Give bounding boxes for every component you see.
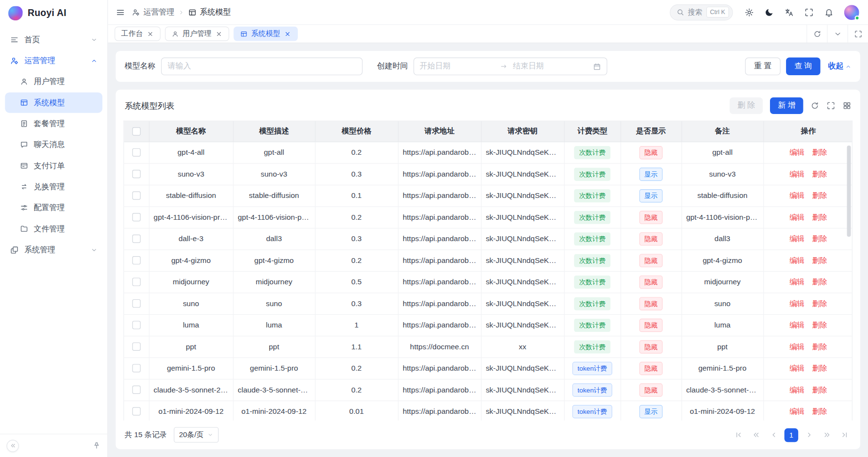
reset-button[interactable]: 重 置	[745, 58, 781, 75]
row-checkbox[interactable]	[132, 364, 140, 373]
date-range-input[interactable]: 开始日期 结束日期	[413, 58, 607, 75]
delete-link[interactable]: 删除	[812, 364, 827, 372]
delete-link[interactable]: 删除	[812, 191, 827, 199]
row-checkbox[interactable]	[132, 278, 140, 286]
cell-model-desc: o1-mini-2024-09-12	[233, 401, 315, 421]
sidebar-item-operations[interactable]: 运营管理	[5, 50, 102, 71]
edit-link[interactable]: 编辑	[789, 299, 804, 307]
settings-icon[interactable]	[745, 7, 754, 16]
delete-link[interactable]: 删除	[812, 256, 827, 264]
bell-icon[interactable]	[824, 7, 834, 16]
tab-system-model[interactable]: 系统模型	[233, 27, 297, 41]
sidebar-item-config[interactable]: 配置管理	[5, 197, 102, 218]
edit-link[interactable]: 编辑	[789, 256, 804, 264]
breadcrumb-item[interactable]: 系统模型	[188, 7, 231, 17]
collapse-filter-link[interactable]: 收起	[828, 62, 852, 72]
delete-link[interactable]: 删除	[812, 148, 827, 156]
sidebar-item-folder[interactable]: 文件管理	[5, 218, 102, 239]
edit-link[interactable]: 编辑	[789, 191, 804, 199]
row-checkbox[interactable]	[132, 192, 140, 200]
edit-link[interactable]: 编辑	[789, 234, 804, 243]
table-scrollbar[interactable]	[847, 146, 851, 237]
end-date-input[interactable]: 结束日期	[513, 62, 587, 72]
edit-link[interactable]: 编辑	[789, 385, 804, 393]
tab-workbench[interactable]: 工作台	[115, 27, 161, 41]
sidebar-item-user[interactable]: 用户管理	[5, 71, 102, 92]
tab-user-management[interactable]: 用户管理	[165, 27, 229, 41]
edit-link[interactable]: 编辑	[789, 342, 804, 350]
model-name-input[interactable]: 请输入	[161, 58, 362, 75]
hamburger-menu-icon[interactable]	[115, 7, 125, 16]
avatar[interactable]	[844, 5, 859, 20]
table-row: gpt-4-gizmo gpt-4-gizmo 0.2 https://api.…	[124, 249, 852, 271]
search-input[interactable]: 搜索 Ctrl K	[670, 4, 733, 20]
pin-icon[interactable]	[93, 441, 101, 450]
model-icon	[188, 8, 197, 16]
tab-options-chevron-icon[interactable]	[827, 25, 848, 42]
edit-link[interactable]: 编辑	[789, 170, 804, 178]
edit-link[interactable]: 编辑	[789, 277, 804, 286]
fullscreen-icon[interactable]	[804, 7, 814, 16]
last-page-button[interactable]	[837, 428, 852, 442]
edit-link[interactable]: 编辑	[789, 212, 804, 221]
first-page-button[interactable]	[731, 428, 745, 442]
sidebar-item-package[interactable]: 套餐管理	[5, 114, 102, 134]
breadcrumb-item[interactable]: 运营管理	[132, 7, 175, 17]
sidebar-item-exchange[interactable]: 兑换管理	[5, 177, 102, 197]
page-1-button[interactable]: 1	[785, 428, 799, 442]
row-checkbox[interactable]	[132, 213, 140, 222]
tab-close-icon[interactable]	[147, 30, 154, 37]
sidebar-item-chat[interactable]: 聊天消息	[5, 134, 102, 155]
topbar: 运营管理系统模型 搜索 Ctrl K	[108, 0, 868, 24]
delete-link[interactable]: 删除	[812, 342, 827, 350]
column-settings-icon[interactable]	[842, 101, 851, 110]
delete-link[interactable]: 删除	[812, 170, 827, 178]
row-checkbox[interactable]	[132, 170, 140, 179]
page-size-select[interactable]: 20条/页	[174, 427, 219, 442]
delete-link[interactable]: 删除	[812, 407, 827, 415]
translate-icon[interactable]	[785, 7, 794, 16]
start-date-input[interactable]: 开始日期	[420, 62, 494, 72]
sidebar-collapse-button[interactable]	[7, 440, 19, 452]
moon-icon[interactable]	[765, 7, 774, 16]
refresh-table-icon[interactable]	[810, 101, 819, 110]
delete-link[interactable]: 删除	[812, 212, 827, 221]
row-checkbox[interactable]	[132, 148, 140, 157]
row-checkbox[interactable]	[132, 321, 140, 329]
sidebar-item-order[interactable]: 支付订单	[5, 155, 102, 176]
refresh-icon[interactable]	[806, 25, 827, 42]
select-all-checkbox[interactable]	[132, 128, 140, 136]
edit-link[interactable]: 编辑	[789, 321, 804, 329]
add-button[interactable]: 新 增	[770, 98, 803, 114]
query-button[interactable]: 查 询	[786, 58, 820, 75]
sidebar-item-home[interactable]: 首页	[5, 29, 102, 49]
row-checkbox[interactable]	[132, 343, 140, 351]
next-page-button[interactable]	[802, 428, 816, 442]
delete-link[interactable]: 删除	[812, 277, 827, 286]
column-header: 计费类型	[564, 121, 621, 142]
edit-link[interactable]: 编辑	[789, 148, 804, 156]
tab-close-icon[interactable]	[215, 30, 223, 37]
billing-type-tag: 次数计费	[574, 232, 610, 245]
row-checkbox[interactable]	[132, 386, 140, 394]
sidebar-item-system[interactable]: 系统管理	[5, 240, 102, 260]
prev-5-pages-button[interactable]	[749, 428, 763, 442]
row-checkbox[interactable]	[132, 257, 140, 265]
prev-page-button[interactable]	[767, 428, 781, 442]
edit-link[interactable]: 编辑	[789, 364, 804, 372]
delete-link[interactable]: 删除	[812, 321, 827, 329]
row-checkbox[interactable]	[132, 408, 140, 416]
delete-link[interactable]: 删除	[812, 234, 827, 243]
delete-link[interactable]: 删除	[812, 385, 827, 393]
expand-table-icon[interactable]	[826, 101, 835, 110]
next-5-pages-button[interactable]	[820, 428, 834, 442]
sidebar-item-model[interactable]: 系统模型	[5, 92, 102, 113]
delete-link[interactable]: 删除	[812, 299, 827, 307]
logo[interactable]: Ruoyi AI	[0, 0, 107, 27]
maximize-icon[interactable]	[848, 25, 868, 42]
row-checkbox[interactable]	[132, 299, 140, 308]
tab-close-icon[interactable]	[284, 30, 291, 37]
delete-button[interactable]: 删 除	[730, 98, 763, 114]
edit-link[interactable]: 编辑	[789, 407, 804, 415]
row-checkbox[interactable]	[132, 235, 140, 243]
